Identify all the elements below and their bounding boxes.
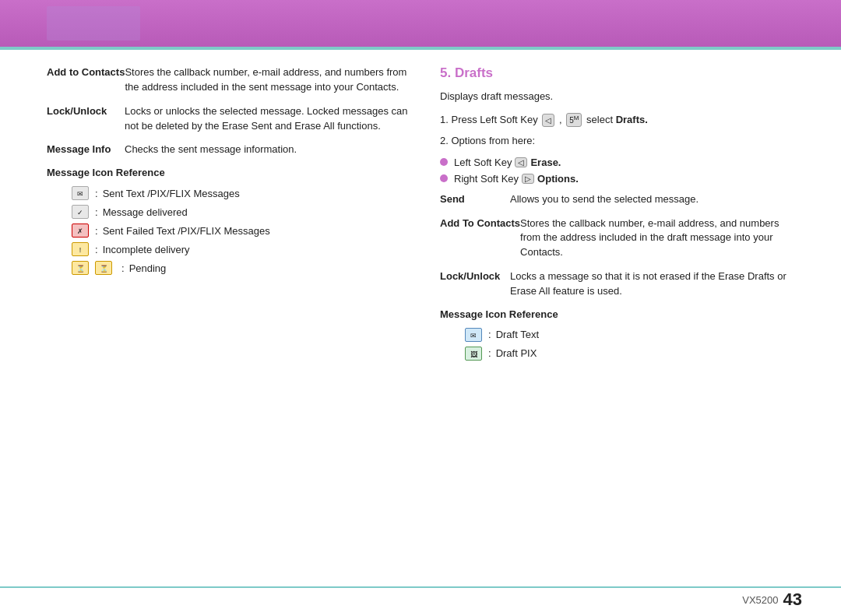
delivered-icon: ✓ <box>72 205 89 219</box>
right-soft-key-icon: ▷ <box>522 174 534 184</box>
incomplete-icon: ! <box>72 242 89 256</box>
step-2-text: Options from here: <box>451 135 535 146</box>
term-lock-unlock-right: Lock/Unlock <box>440 269 510 299</box>
bullet-1: Left Soft Key ◁ Erase. <box>440 157 802 168</box>
bullet-dot-1 <box>440 158 448 166</box>
top-banner <box>0 0 841 47</box>
pending-icon-2: ⏳ <box>95 261 112 275</box>
left-soft-key-icon-2: ◁ <box>515 157 527 167</box>
draft-pix-icon: 🖼 <box>465 347 482 361</box>
pending-icon-1: ⏳ <box>72 261 89 275</box>
term-add-to-contacts: Add to Contacts <box>47 65 125 95</box>
bullet-2: Right Soft Key ▷ Options. <box>440 173 802 185</box>
bullet-dot-2 <box>440 174 448 182</box>
bullet-2-label: Right Soft Key <box>454 173 519 185</box>
def-lock-unlock-right: Lock/Unlock Locks a message so that it i… <box>440 269 802 299</box>
def-lock-unlock: Lock/Unlock Locks or unlocks the selecte… <box>47 104 409 134</box>
desc-lock-unlock-right: Locks a message so that it is not erased… <box>510 269 802 299</box>
page-number-area: VX5200 43 <box>742 590 802 610</box>
term-add-to-contacts-right: Add To Contacts <box>440 216 520 261</box>
def-add-to-contacts-right: Add To Contacts Stores the callback numb… <box>440 216 802 261</box>
step-2: 2. Options from here: <box>440 133 802 149</box>
def-send: Send Allows you to send the selected mes… <box>440 192 802 207</box>
step-1-comma: , <box>559 114 565 125</box>
bullet-item-1-row: Left Soft Key ◁ Erase. Right Soft Key ▷ … <box>440 157 802 185</box>
term-lock-unlock: Lock/Unlock <box>47 104 125 134</box>
step-1-press: Press Left Soft Key <box>451 114 540 125</box>
icon-ref-heading-right: Message Icon Reference <box>440 308 802 320</box>
sent-failed-label: Sent Failed Text /PIX/FLIX Messages <box>103 225 270 237</box>
key-5-icon: 5M <box>566 113 582 127</box>
page-num: 43 <box>783 590 802 610</box>
left-soft-key-icon: ◁ <box>542 114 554 127</box>
draft-text-label: Draft Text <box>496 329 539 340</box>
displays-draft-text: Displays draft messages. <box>440 89 802 104</box>
banner-inner-box <box>47 6 140 40</box>
icon-ref-incomplete: ! : Incomplete delivery <box>47 242 409 256</box>
bullet-2-bold: Options. <box>537 173 579 185</box>
icon-ref-sent-text: ✉ : Sent Text /PIX/FLIX Messages <box>47 186 409 200</box>
main-content: Add to Contacts Stores the callback numb… <box>0 50 841 585</box>
desc-add-to-contacts: Stores the callback number, e-mail addre… <box>125 65 409 95</box>
desc-send: Allows you to send the selected message. <box>510 192 802 207</box>
icon-ref-draft-text: ✉ : Draft Text <box>440 328 802 342</box>
icon-ref-delivered: ✓ : Message delivered <box>47 205 409 219</box>
draft-pix-label: Draft PIX <box>496 347 537 359</box>
icon-ref-pending: ⏳ ⏳ : Pending <box>47 261 409 275</box>
bottom-teal-divider <box>0 586 841 588</box>
bullet-1-label: Left Soft Key <box>454 157 512 168</box>
term-send: Send <box>440 192 510 207</box>
left-column: Add to Contacts Stores the callback numb… <box>47 65 409 569</box>
def-add-to-contacts: Add to Contacts Stores the callback numb… <box>47 65 409 95</box>
desc-lock-unlock: Locks or unlocks the selected message. L… <box>125 104 409 134</box>
icon-ref-heading-left: Message Icon Reference <box>47 167 409 178</box>
term-message-info: Message Info <box>47 143 125 157</box>
sent-failed-icon: ✗ <box>72 224 89 238</box>
sent-text-icon: ✉ <box>72 186 89 200</box>
step-1-num: 1. <box>440 114 451 125</box>
bullet-list: Left Soft Key ◁ Erase. Right Soft Key ▷ … <box>440 157 802 185</box>
delivered-label: Message delivered <box>103 206 188 218</box>
bullet-1-bold: Erase. <box>530 157 561 168</box>
right-column: 5. Drafts Displays draft messages. 1. Pr… <box>440 65 802 569</box>
desc-add-to-contacts-right: Stores the callback number, e-mail addre… <box>520 216 802 261</box>
model-label: VX5200 <box>742 594 778 606</box>
pending-icons: ⏳ ⏳ <box>70 261 114 275</box>
pending-label: Pending <box>129 262 167 274</box>
step-1-drafts: Drafts. <box>616 114 648 125</box>
def-message-info: Message Info Checks the sent message inf… <box>47 143 409 157</box>
step-1-select: select <box>586 114 616 125</box>
section-title-drafts: 5. Drafts <box>440 65 802 81</box>
step-1: 1. Press Left Soft Key ◁ , 5M select Dra… <box>440 112 802 128</box>
step-2-num: 2. <box>440 135 451 146</box>
sent-text-label: Sent Text /PIX/FLIX Messages <box>103 188 240 199</box>
draft-text-icon: ✉ <box>465 328 482 342</box>
icon-ref-draft-pix: 🖼 : Draft PIX <box>440 347 802 361</box>
desc-message-info: Checks the sent message information. <box>125 143 409 157</box>
incomplete-label: Incomplete delivery <box>103 244 190 255</box>
icon-ref-sent-failed: ✗ : Sent Failed Text /PIX/FLIX Messages <box>47 224 409 238</box>
